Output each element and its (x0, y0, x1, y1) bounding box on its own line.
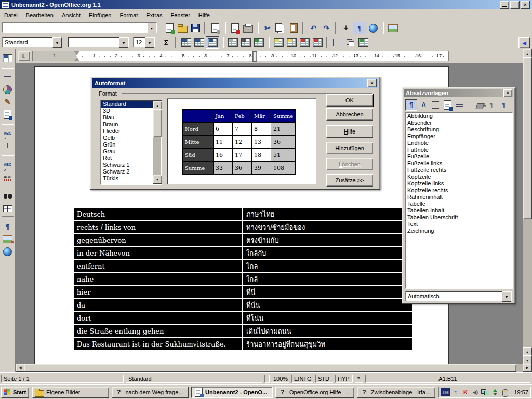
style-item-fu-zeile[interactable]: Fußzeile (406, 153, 512, 160)
task-nach-dem-weg-fragen-icon[interactable]: ? (114, 387, 123, 398)
format-item-flieder[interactable]: Flieder (101, 128, 153, 135)
draw-functions-icon[interactable]: ✎ (2, 96, 14, 108)
language-indicator[interactable]: TH (441, 388, 450, 396)
task-nach-dem-weg-fragen[interactable]: ?nach dem Weg fragen ... (112, 387, 189, 398)
optimize-icon[interactable] (206, 36, 219, 49)
zoom-indicator[interactable]: 100% (271, 375, 289, 383)
toolbar-scroll-left-button[interactable]: ◀ (518, 37, 530, 48)
menu-einf-gen[interactable]: Einfügen (85, 10, 115, 20)
format-item-blau[interactable]: Blau (101, 114, 153, 121)
style-item-tabellen-berschrift[interactable]: Tabellen Überschrift (406, 214, 512, 221)
fill-format-mode-icon[interactable] (474, 100, 485, 110)
task-zwischenablage[interactable]: ?Zwischenablage - Irfan... (357, 387, 435, 398)
insert-row-icon[interactable] (272, 37, 285, 48)
table-cell-german[interactable]: da (73, 299, 243, 312)
style-item-tabellen-inhalt[interactable]: Tabellen Inhalt (406, 207, 512, 214)
table-cell-thai[interactable]: ที่นั่น (243, 299, 413, 312)
table-cell-german[interactable]: in der Nähevon (73, 247, 243, 260)
style-item-abbildung[interactable]: Abbildung (406, 113, 512, 119)
table-cell-thai[interactable]: ตรงข้ามกับ (243, 234, 413, 247)
more-button[interactable]: Zusätze >> (326, 174, 373, 187)
horizontal-scrollbar[interactable]: ◀ ▶ (16, 364, 532, 372)
style-item-kopfzeile[interactable]: Kopfzeile (406, 174, 512, 180)
table-cell-thai[interactable]: ที่โน่น (243, 312, 413, 325)
table-cell-thai[interactable]: ทางขวา/ซ้ายมือของ (243, 221, 413, 234)
style-filter-value[interactable]: Automatisch (405, 291, 512, 301)
page-styles-icon[interactable] (442, 100, 453, 110)
nonprinting-characters-icon[interactable]: ¶ (2, 220, 14, 233)
form-functions-icon[interactable] (2, 108, 14, 121)
insert-object-icon[interactable] (2, 83, 14, 96)
style-item-rahmeninhalt[interactable]: Rahmeninhalt (406, 194, 512, 201)
format-item-gr-n[interactable]: Grün (101, 141, 153, 148)
navigator-icon[interactable]: + (340, 22, 352, 34)
paragraph-styles-icon[interactable]: ¶ (405, 99, 417, 111)
vertical-scroll-thumb[interactable] (523, 57, 532, 219)
style-item-endnote[interactable]: Endnote (406, 140, 512, 147)
menu-format[interactable]: Format (115, 10, 142, 20)
horizontal-ruler[interactable]: 11234567891011121314151617 (32, 51, 449, 61)
font-name-combobox[interactable]: ▼ (68, 37, 129, 47)
stylist-title-bar[interactable]: Absatzvorlagen × (404, 89, 513, 97)
style-listbox[interactable]: AbbildungAbsenderBeschriftungEmpfängerEn… (405, 112, 513, 289)
table-cell-german[interactable]: die Straße entlang gehen (73, 325, 243, 338)
task-unbenannt2-icon[interactable] (194, 387, 203, 398)
style-item-fu-zeile-links[interactable]: Fußzeile links (406, 160, 512, 167)
new-document-icon[interactable] (163, 22, 176, 34)
style-item-empf-nger[interactable]: Empfänger (406, 133, 512, 140)
stylist-icon[interactable]: ¶ (353, 22, 366, 34)
graphics-onoff-icon[interactable]: × (2, 233, 14, 245)
table-autoformat-icon[interactable] (252, 37, 265, 48)
tray-k-icon[interactable]: K (461, 388, 470, 396)
insert-frame-icon[interactable] (331, 37, 343, 48)
update-style-icon[interactable]: ¶ (498, 100, 509, 110)
ok-button[interactable]: OK (326, 94, 373, 107)
save-icon[interactable] (189, 22, 202, 34)
style-dropdown-button[interactable]: ▼ (52, 37, 62, 48)
horizontal-scroll-thumb[interactable] (24, 364, 516, 372)
task-openoffice-hilfe-icon[interactable]: ? (278, 387, 287, 398)
format-listbox[interactable]: Standard3DBlauBraunFliederGelbGrünGrauRo… (100, 100, 162, 185)
autospellcheck-icon[interactable]: ABC (2, 170, 14, 183)
delete-column-icon[interactable] (311, 37, 324, 48)
format-item-rot[interactable]: Rot (101, 155, 153, 162)
paragraph-style-combobox[interactable]: Standard ▼ (2, 37, 62, 47)
merge-cells-icon[interactable] (180, 37, 192, 48)
url-value[interactable] (2, 22, 157, 33)
format-item-braun[interactable]: Braun (101, 121, 153, 128)
online-layout-icon[interactable] (2, 245, 14, 258)
modified-indicator[interactable]: * (355, 375, 363, 383)
indent-marker[interactable] (74, 51, 79, 55)
scroll-right-button[interactable]: ▶ (523, 364, 532, 372)
style-filter-combobox[interactable]: Automatisch ▼ (405, 291, 512, 301)
hyperlink-dialog-icon[interactable] (367, 22, 379, 34)
url-combobox[interactable]: ▼ (2, 22, 157, 33)
format-list-scrollbar[interactable]: ▲ ▼ (153, 101, 161, 184)
style-item-zeichnung[interactable]: Zeichnung (406, 228, 512, 234)
table-cell-thai[interactable]: เดินไปตามถนน (243, 325, 413, 338)
format-item-grau[interactable]: Grau (101, 148, 153, 155)
format-item-t-rkis[interactable]: Türkis (101, 175, 153, 182)
table-cell-german[interactable]: Das Restaurant ist in der Sukhumvitstraß… (73, 338, 243, 351)
table-cell-thai[interactable]: ร้านอาหารอยู่ที่ถนนสุขุมวิท (243, 338, 413, 351)
menu-extras[interactable]: Extras (142, 10, 166, 20)
input-device-icon[interactable] (501, 388, 509, 396)
minimize-button[interactable] (500, 1, 509, 9)
insert-mode-indicator[interactable]: EINFG (291, 375, 313, 383)
title-bar[interactable]: Unbenannt2 - OpenOffice.org 1.1 × (0, 0, 532, 9)
autotext-icon[interactable]: ABC▲ (2, 127, 14, 139)
menu-bearbeiten[interactable]: Bearbeiten (22, 10, 58, 20)
data-sources-icon[interactable] (2, 202, 14, 214)
filter-dropdown-button[interactable]: ▼ (502, 291, 511, 302)
direct-cursor-icon[interactable]: I (2, 139, 14, 152)
print-icon[interactable] (242, 22, 254, 34)
restore-button[interactable] (510, 1, 520, 9)
updates-icon[interactable] (491, 388, 499, 396)
task-unbenannt2[interactable]: Unbenannt2 - OpenO... (191, 387, 273, 398)
split-cells-icon[interactable] (193, 37, 205, 48)
format-item-standard[interactable]: Standard (101, 101, 153, 108)
table-cell-german[interactable]: gegenübervon (73, 234, 243, 247)
selection-mode-indicator[interactable]: STD (315, 375, 333, 383)
network-icon[interactable] (481, 388, 489, 396)
add-button[interactable]: Hinzufügen (326, 142, 373, 154)
